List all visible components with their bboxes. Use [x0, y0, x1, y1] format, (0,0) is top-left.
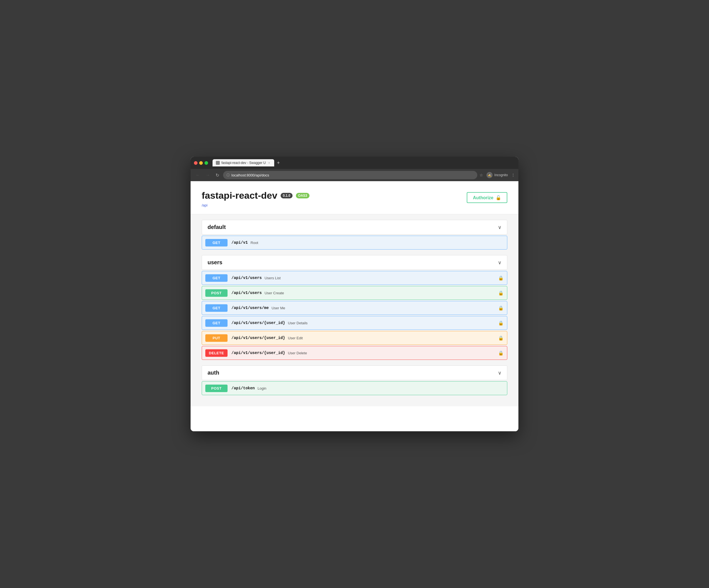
endpoint-desc: User Edit: [288, 336, 498, 340]
incognito-badge: 🕵 Incognito: [487, 172, 508, 178]
lock-icon: 🔒: [498, 351, 504, 356]
active-tab[interactable]: fastapi-react-dev - Swagger U ×: [213, 159, 274, 167]
lock-icon: 🔒: [498, 305, 504, 311]
section-default-header[interactable]: default ∨: [202, 220, 507, 234]
endpoint-post-users[interactable]: POST /api/v1/users User Create 🔒: [202, 286, 507, 300]
section-users: users ∨ GET /api/v1/users Users List 🔒 P…: [202, 255, 507, 360]
endpoint-path: /api/token: [231, 386, 255, 390]
endpoint-path: /api/v1/users: [231, 291, 262, 295]
titlebar: fastapi-react-dev - Swagger U × +: [190, 157, 519, 169]
tab-favicon: [216, 161, 220, 165]
endpoint-put-users-id[interactable]: PUT /api/v1/users/{user_id} User Edit 🔒: [202, 331, 507, 345]
endpoint-path: /api/v1/users/me: [231, 306, 269, 310]
endpoint-path: /api/v1/users: [231, 276, 262, 280]
section-default-title: default: [208, 224, 226, 230]
authorize-label: Authorize: [473, 195, 493, 200]
method-badge-get: GET: [205, 239, 228, 247]
lock-icon: 🔒: [498, 290, 504, 296]
info-icon: ⓘ: [227, 173, 230, 178]
addressbar-right: ☆ 🕵 Incognito ⋮: [479, 172, 515, 178]
maximize-button[interactable]: [205, 161, 208, 165]
swagger-app-title: fastapi-react-dev: [202, 190, 277, 201]
chevron-down-icon: ∨: [498, 370, 501, 376]
new-tab-button[interactable]: +: [275, 160, 282, 166]
section-users-title: users: [208, 259, 222, 266]
authorize-lock-icon: 🔓: [496, 195, 501, 200]
section-default: default ∨ GET /api/v1 Root: [202, 220, 507, 250]
chevron-down-icon: ∨: [498, 259, 501, 266]
version-badge: 0.1.0: [281, 193, 292, 198]
endpoint-get-apiv1[interactable]: GET /api/v1 Root: [202, 236, 507, 250]
addressbar: ← → ↻ ⓘ localhost:8000/api/docs ☆ 🕵 Inco…: [190, 169, 519, 181]
endpoint-path: /api/v1: [231, 240, 248, 245]
endpoint-desc: User Delete: [288, 351, 498, 355]
oas-badge: OAS3: [296, 193, 310, 198]
method-badge-delete: DELETE: [205, 349, 228, 357]
endpoint-desc: User Details: [288, 321, 498, 325]
page-content: fastapi-react-dev 0.1.0 OAS3 /api Author…: [190, 181, 519, 431]
tab-close-button[interactable]: ×: [267, 161, 270, 165]
endpoint-path: /api/v1/users/{user_id}: [231, 351, 285, 355]
more-button[interactable]: ⋮: [511, 173, 515, 177]
swagger-header: fastapi-react-dev 0.1.0 OAS3 /api Author…: [190, 181, 519, 214]
swagger-base-url: /api: [202, 203, 507, 207]
endpoint-path: /api/v1/users/{user_id}: [231, 336, 285, 340]
section-auth: auth ∨ POST /api/token Login: [202, 365, 507, 395]
endpoint-get-users-me[interactable]: GET /api/v1/users/me User Me 🔒: [202, 301, 507, 315]
method-badge-get: GET: [205, 304, 228, 312]
endpoint-get-users[interactable]: GET /api/v1/users Users List 🔒: [202, 271, 507, 285]
lock-icon: 🔒: [498, 335, 504, 341]
endpoint-desc: Login: [258, 386, 504, 390]
method-badge-get: GET: [205, 319, 228, 327]
endpoint-delete-users-id[interactable]: DELETE /api/v1/users/{user_id} User Dele…: [202, 346, 507, 360]
lock-icon: 🔒: [498, 321, 504, 326]
minimize-button[interactable]: [199, 161, 203, 165]
method-badge-post: POST: [205, 289, 228, 297]
browser-window: fastapi-react-dev - Swagger U × + ← → ↻ …: [190, 157, 519, 431]
refresh-button[interactable]: ↻: [214, 172, 221, 179]
section-users-header[interactable]: users ∨: [202, 255, 507, 270]
tab-bar: fastapi-react-dev - Swagger U × +: [213, 159, 515, 167]
chevron-down-icon: ∨: [498, 224, 501, 230]
section-auth-header[interactable]: auth ∨: [202, 365, 507, 380]
endpoint-path: /api/v1/users/{user_id}: [231, 321, 285, 325]
back-button[interactable]: ←: [194, 172, 202, 179]
lock-icon: 🔒: [498, 275, 504, 281]
endpoint-desc: Root: [251, 241, 504, 245]
url-text: localhost:8000/api/docs: [231, 173, 269, 177]
forward-button[interactable]: →: [204, 172, 212, 179]
section-auth-title: auth: [208, 369, 219, 376]
address-bar[interactable]: ⓘ localhost:8000/api/docs: [223, 171, 477, 179]
endpoint-get-users-id[interactable]: GET /api/v1/users/{user_id} User Details…: [202, 316, 507, 330]
endpoint-desc: User Create: [264, 291, 498, 295]
traffic-lights: [194, 161, 208, 165]
method-badge-get: GET: [205, 274, 228, 282]
tab-label: fastapi-react-dev - Swagger U: [221, 161, 266, 165]
method-badge-post: POST: [205, 385, 228, 392]
incognito-label: Incognito: [494, 173, 508, 177]
endpoint-desc: User Me: [271, 306, 498, 310]
swagger-title-area: fastapi-react-dev 0.1.0 OAS3: [202, 190, 507, 201]
swagger-body: default ∨ GET /api/v1 Root users ∨ GET /…: [190, 214, 519, 406]
close-button[interactable]: [194, 161, 198, 165]
bookmark-icon[interactable]: ☆: [479, 173, 483, 177]
method-badge-put: PUT: [205, 334, 228, 342]
endpoint-post-token[interactable]: POST /api/token Login: [202, 381, 507, 395]
endpoint-desc: Users List: [264, 276, 498, 280]
incognito-icon: 🕵: [487, 172, 493, 178]
authorize-button[interactable]: Authorize 🔓: [467, 192, 507, 203]
